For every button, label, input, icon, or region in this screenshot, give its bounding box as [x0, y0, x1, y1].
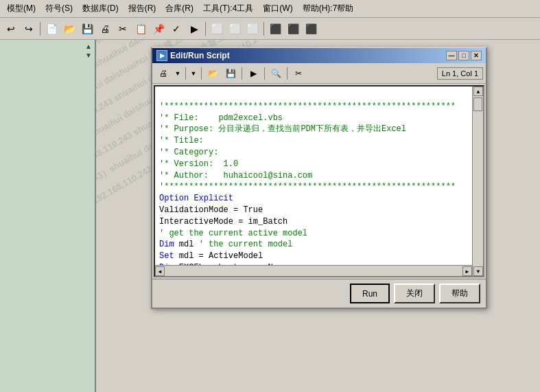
- script-run-button[interactable]: ▶: [245, 66, 261, 81]
- dialog-footer: Run 关闭 帮助: [152, 279, 486, 308]
- toolbar-save[interactable]: 💾: [79, 21, 95, 37]
- dialog-maximize-button[interactable]: □: [458, 51, 469, 60]
- menu-help[interactable]: 帮助(H):7帮助: [298, 1, 358, 16]
- titlebar-left: ▶ Edit/Run Script: [156, 50, 230, 61]
- toolbar-btn5[interactable]: ⬛: [285, 21, 301, 37]
- dlg-sep1: [185, 67, 186, 80]
- main-area: 一水建工（192.168.110.243）shuaihui daishuaihu…: [0, 40, 540, 392]
- menu-database[interactable]: 数据库(D): [78, 1, 123, 16]
- toolbar-check[interactable]: ✓: [168, 21, 185, 37]
- dlg-sep3: [242, 67, 242, 80]
- scrollbar-down-arrow[interactable]: ▼: [473, 266, 483, 276]
- scrollbar-up-arrow[interactable]: ▲: [473, 87, 483, 96]
- script-editor[interactable]: '***************************************…: [154, 85, 484, 277]
- toolbar-cut[interactable]: ✂: [115, 21, 131, 37]
- dialog-close-button[interactable]: ✕: [471, 51, 482, 60]
- script-content: '***************************************…: [155, 87, 483, 277]
- close-button[interactable]: 关闭: [394, 284, 435, 303]
- dialog-icon: ▶: [156, 50, 167, 61]
- toolbar-run[interactable]: ▶: [186, 21, 202, 37]
- titlebar-buttons: — □ ✕: [446, 51, 482, 60]
- toolbar-undo[interactable]: ↩: [3, 21, 19, 37]
- script-dropdown1-button[interactable]: ▼: [173, 66, 183, 81]
- sidebar-arrow-down[interactable]: ▼: [85, 51, 92, 59]
- toolbar-sep3: [263, 22, 264, 36]
- line-col-info: Ln 1, Col 1: [437, 67, 483, 80]
- scrollbar-right-arrow[interactable]: ▶: [462, 266, 472, 276]
- run-button[interactable]: Run: [350, 284, 390, 303]
- dlg-sep5: [287, 67, 287, 80]
- script-cut-button[interactable]: ✂: [290, 66, 307, 81]
- vertical-scrollbar[interactable]: ▲ ▼: [472, 87, 483, 276]
- toolbar-sep1: [40, 22, 40, 36]
- scrollbar-left-arrow[interactable]: ◀: [155, 266, 165, 276]
- toolbar-btn3[interactable]: ⬜: [244, 21, 261, 37]
- toolbar-btn1[interactable]: ⬜: [209, 21, 225, 37]
- dlg-sep2: [201, 67, 202, 80]
- menu-report[interactable]: 报告(R): [124, 1, 161, 16]
- script-open-button[interactable]: 📂: [204, 66, 221, 81]
- sidebar: ▲ ▼: [0, 40, 96, 392]
- script-save-button[interactable]: 💾: [222, 66, 239, 81]
- toolbar-open[interactable]: 📂: [61, 21, 78, 37]
- script-print-button[interactable]: 🖨: [155, 66, 172, 81]
- toolbar-btn6[interactable]: ⬛: [303, 21, 319, 37]
- edit-run-script-dialog: ▶ Edit/Run Script — □ ✕ 🖨 ▼ ▼ 📂 💾 ▶ 🔍 ✂: [151, 47, 487, 309]
- menu-tools[interactable]: 工具(T):4工具: [199, 1, 257, 16]
- toolbar-sep2: [205, 22, 206, 36]
- toolbar-print[interactable]: 🖨: [97, 21, 113, 37]
- sidebar-arrow-up[interactable]: ▲: [85, 43, 92, 50]
- dialog-toolbar: 🖨 ▼ ▼ 📂 💾 ▶ 🔍 ✂ Ln 1, Col 1: [152, 63, 486, 84]
- main-toolbar: ↩ ↪ 📄 📂 💾 🖨 ✂ 📋 📌 ✓ ▶ ⬜ ⬜ ⬜ ⬛ ⬛ ⬛: [0, 18, 540, 40]
- sidebar-controls: ▲ ▼: [0, 40, 95, 62]
- toolbar-btn4[interactable]: ⬛: [267, 21, 283, 37]
- menubar: 模型(M) 符号(S) 数据库(D) 报告(R) 合库(R) 工具(T):4工具…: [0, 0, 540, 18]
- script-dropdown2-button[interactable]: ▼: [189, 66, 198, 81]
- toolbar-copy[interactable]: 📋: [132, 21, 149, 37]
- menu-vault[interactable]: 合库(R): [161, 1, 198, 16]
- toolbar-paste[interactable]: 📌: [150, 21, 167, 37]
- horizontal-scrollbar[interactable]: ◀ ▶: [155, 265, 472, 276]
- menu-model[interactable]: 模型(M): [3, 1, 40, 16]
- toolbar-new[interactable]: 📄: [43, 21, 60, 37]
- dlg-sep4: [264, 67, 265, 80]
- toolbar-btn2[interactable]: ⬜: [226, 21, 243, 37]
- toolbar-redo[interactable]: ↪: [21, 21, 37, 37]
- dialog-titlebar: ▶ Edit/Run Script — □ ✕: [152, 48, 486, 63]
- menu-window[interactable]: 窗口(W): [259, 1, 296, 16]
- scrollbar-thumb[interactable]: [473, 97, 482, 111]
- dialog-minimize-button[interactable]: —: [446, 51, 457, 60]
- script-search-button[interactable]: 🔍: [268, 66, 284, 81]
- help-button[interactable]: 帮助: [439, 284, 480, 303]
- menu-symbol[interactable]: 符号(S): [41, 1, 77, 16]
- dialog-title: Edit/Run Script: [170, 51, 230, 60]
